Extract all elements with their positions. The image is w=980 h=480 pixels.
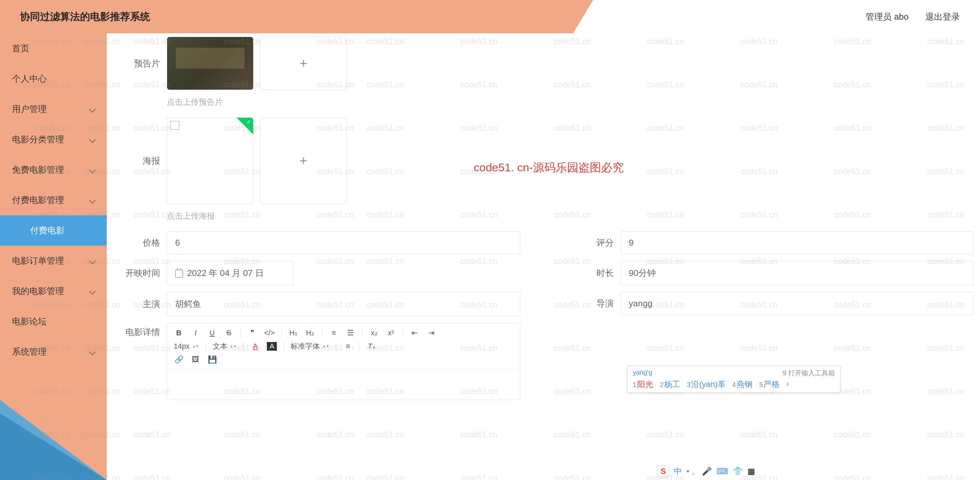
app-title: 协同过滤算法的电影推荐系统 [20,10,150,24]
rating-input[interactable]: 9 [620,231,974,254]
trailer-hint: 点击上传预告片 [167,97,967,107]
underline-icon[interactable]: U [207,329,217,337]
clear-format-icon[interactable]: Tₓ [367,342,377,351]
trailer-thumbnail[interactable] [167,36,253,90]
editor-content[interactable] [167,370,520,400]
code-icon[interactable]: </> [264,329,275,337]
strike-icon[interactable]: S [224,329,234,337]
font-color-icon[interactable]: A [250,342,260,351]
poster-label: 海报 [120,155,160,167]
director-input[interactable]: yangg [620,292,974,315]
link-icon[interactable]: 🔗 [174,355,184,364]
ime-toolbox-hint: 9 打开输入工具箱 [783,369,835,378]
broken-image-icon [167,118,253,204]
h2-icon[interactable]: H₂ [305,329,315,337]
bg-color-icon[interactable]: A [267,342,277,351]
ime-composition: yang'g [633,369,652,378]
logout-button[interactable]: 退出登录 [925,11,960,23]
sidebar-item-users[interactable]: 用户管理 [0,94,107,124]
ime-voice-icon[interactable]: 🎤 [702,467,712,476]
align-icon[interactable]: ≡ [343,342,353,351]
actor-input[interactable]: 胡鳄鱼 [167,292,520,316]
sidebar-item-paid-movies-sub[interactable]: 付费电影 [0,215,107,246]
editor-toolbar: B I U S ❞ </> H₁ H₂ ≡ ☰ x₂ [167,323,520,370]
header-bar: 协同过滤算法的电影推荐系统 管理员 abo 退出登录 [0,0,980,33]
sidebar-item-system[interactable]: 系统管理 [0,337,107,367]
outdent-icon[interactable]: ⇥ [426,329,436,337]
poster-thumbnail[interactable] [167,117,253,204]
calendar-icon [175,270,183,278]
ime-menu-icon[interactable]: ▦ [748,467,755,476]
ime-more-icon[interactable]: › [786,379,789,390]
chevron-down-icon [89,197,96,204]
chevron-down-icon [89,136,96,143]
chevron-down-icon [89,258,96,265]
sogou-logo-icon[interactable]: S [657,465,669,477]
subscript-icon[interactable]: x₂ [369,329,379,337]
main-content: 预告片 + 点击上传预告片 海报 + 点击上传海报 code51. cn-源码乐… [107,33,980,480]
sidebar-item-free-movies[interactable]: 免费电影管理 [0,155,107,185]
poster-add-button[interactable]: + [260,117,347,204]
duration-input[interactable]: 90分钟 [620,261,974,285]
ime-candidate-5[interactable]: 5严格 [759,379,780,390]
plus-icon: + [299,153,307,168]
sidebar-item-categories[interactable]: 电影分类管理 [0,124,107,155]
release-label: 开映时间 [120,267,160,279]
ime-candidate-window: yang'g 9 打开输入工具箱 1阳光 2杨工 3沿(yan)革 4燕钢 5严… [627,366,841,393]
save-icon[interactable]: 💾 [207,355,217,364]
ime-lang-indicator[interactable]: 中 [674,466,682,477]
ime-candidate-2[interactable]: 2杨工 [660,379,680,390]
price-input[interactable]: 6 [167,231,520,254]
quote-icon[interactable]: ❞ [248,329,258,337]
ime-punct-icon[interactable]: •， [686,466,697,477]
trailer-add-button[interactable]: + [260,36,347,90]
unordered-list-icon[interactable]: ☰ [345,329,356,337]
text-style-select[interactable]: 文本▲▼ [213,341,237,351]
rich-text-editor: B I U S ❞ </> H₁ H₂ ≡ ☰ x₂ [167,323,520,400]
release-date-input[interactable]: 2022 年 04 月 07 日 [167,261,294,285]
price-label: 价格 [120,237,160,249]
font-family-select[interactable]: 标准字体▲▼ [291,341,329,351]
rating-label: 评分 [574,237,614,249]
actor-label: 主演 [120,298,160,310]
sidebar-item-paid-movies[interactable]: 付费电影管理 [0,185,107,215]
h1-icon[interactable]: H₁ [288,329,299,337]
sidebar-item-home[interactable]: 首页 [0,33,107,64]
ordered-list-icon[interactable]: ≡ [329,329,339,337]
sidebar-item-my-movies[interactable]: 我的电影管理 [0,276,107,306]
sidebar: 首页 个人中心 用户管理 电影分类管理 免费电影管理 付费电影管理 付费电影 电… [0,33,107,480]
chevron-down-icon [89,167,96,173]
plus-icon: + [299,56,307,71]
sidebar-item-profile[interactable]: 个人中心 [0,64,107,94]
chevron-down-icon [89,288,96,295]
bold-icon[interactable]: B [174,329,184,337]
ime-status-bar: S 中 •， 🎤 ⌨ 👕 ▦ [657,465,755,477]
poster-hint: 点击上传海报 [167,211,967,221]
sidebar-item-forum[interactable]: 电影论坛 [0,306,107,337]
italic-icon[interactable]: I [191,329,200,337]
ime-candidate-4[interactable]: 4燕钢 [732,379,752,390]
admin-label[interactable]: 管理员 abo [865,11,908,23]
trailer-image [167,37,253,90]
ime-skin-icon[interactable]: 👕 [733,467,743,476]
superscript-icon[interactable]: x² [386,329,396,337]
ime-candidate-3[interactable]: 3沿(yan)革 [687,379,725,390]
duration-label: 时长 [574,267,614,279]
indent-icon[interactable]: ⇤ [410,329,420,337]
image-icon[interactable]: 🖼 [191,355,200,364]
font-size-select[interactable]: 14px▲▼ [174,342,199,351]
detail-label: 电影详情 [120,326,160,338]
chevron-down-icon [89,106,96,112]
director-label: 导演 [574,298,614,309]
trailer-label: 预告片 [120,58,160,69]
sidebar-item-orders[interactable]: 电影订单管理 [0,246,107,276]
ime-keyboard-icon[interactable]: ⌨ [716,467,728,476]
chevron-down-icon [89,349,96,355]
ime-candidate-1[interactable]: 1阳光 [633,379,653,390]
